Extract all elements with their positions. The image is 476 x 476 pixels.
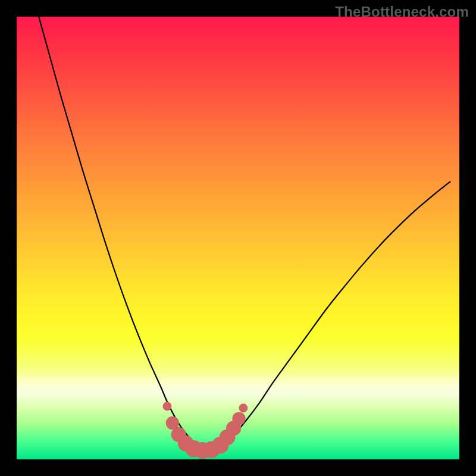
chart-frame: TheBottleneck.com <box>0 0 476 476</box>
chart-overlay <box>17 17 459 459</box>
bottom-marker-group <box>163 402 248 459</box>
marker-dot-0 <box>163 402 172 411</box>
marker-dot-10 <box>232 412 245 425</box>
bottleneck-curve <box>39 17 450 447</box>
attribution-text: TheBottleneck.com <box>335 4 469 20</box>
marker-dot-11 <box>239 403 248 412</box>
